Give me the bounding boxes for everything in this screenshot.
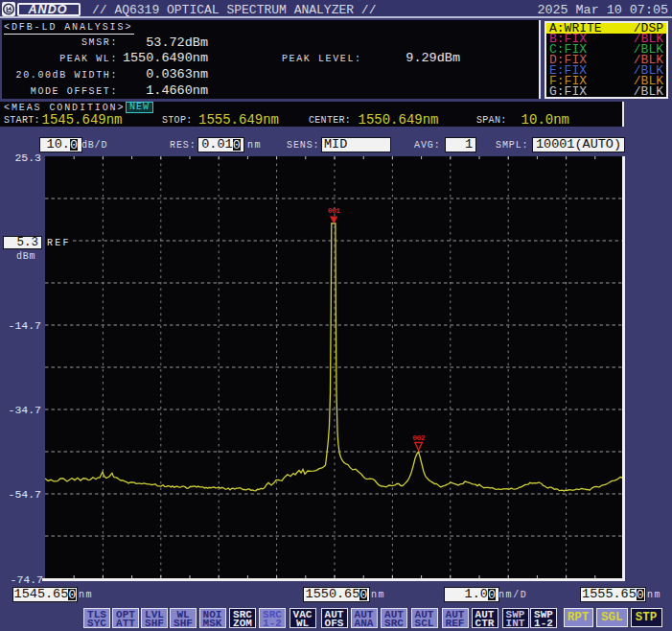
svg-text:002: 002 xyxy=(412,433,426,442)
svg-text:001: 001 xyxy=(328,206,341,215)
